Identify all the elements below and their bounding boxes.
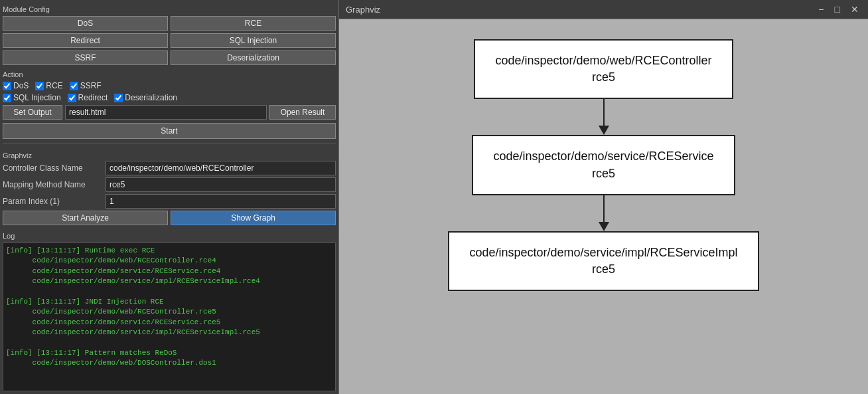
log-label: Log bbox=[3, 232, 336, 240]
graph-node-2-line2: rce5 bbox=[592, 262, 615, 276]
graph-node-0-line1: code/inspector/demo/web/RCEController bbox=[495, 54, 711, 67]
graph-node-0-line2: rce5 bbox=[592, 70, 615, 84]
output-filename-input[interactable]: result.html bbox=[65, 105, 267, 120]
deserialization-checkbox-label[interactable]: Deserialization bbox=[114, 93, 177, 102]
action-checkboxes-row2: SQL Injection Redirect Deserialization bbox=[3, 93, 336, 102]
graph-node-2-line1: code/inspector/demo/service/impl/RCEServ… bbox=[469, 246, 737, 259]
dos-checkbox[interactable] bbox=[3, 82, 11, 90]
ssrf-button[interactable]: SSRF bbox=[3, 50, 168, 65]
maximize-button[interactable]: □ bbox=[832, 4, 843, 15]
log-line-1: code/inspector/demo/web/RCEController.rc… bbox=[6, 256, 332, 266]
rce-button[interactable]: RCE bbox=[171, 16, 336, 31]
left-panel: Module Config DoS RCE Redirect SQL Injec… bbox=[0, 0, 338, 394]
arrow-line-1 bbox=[603, 195, 605, 222]
open-result-button[interactable]: Open Result bbox=[269, 105, 336, 120]
log-line-0: [info] [13:11:17] Runtime exec RCE bbox=[6, 246, 332, 256]
param-index-label: Param Index (1) bbox=[3, 197, 106, 206]
graph-node-1: code/inspector/demo/service/RCEService r… bbox=[472, 135, 735, 195]
show-graph-button[interactable]: Show Graph bbox=[171, 211, 336, 225]
redirect-checkbox[interactable] bbox=[68, 94, 76, 102]
start-analyze-button[interactable]: Start Analyze bbox=[3, 211, 168, 225]
log-line-6: code/inspector/demo/web/RCEController.rc… bbox=[6, 307, 332, 317]
mapping-method-label: Mapping Method Name bbox=[3, 180, 106, 189]
arrow-head-1 bbox=[599, 222, 609, 231]
output-row: Set Output result.html Open Result bbox=[3, 105, 336, 120]
mapping-method-input[interactable]: rce5 bbox=[106, 177, 336, 192]
log-line-10: [info] [13:11:17] Pattern matches ReDoS bbox=[6, 348, 332, 358]
graphviz-window: Graphviz − □ ✕ code/inspector/demo/web/R… bbox=[338, 0, 868, 394]
graph-node-1-line1: code/inspector/demo/service/RCEService bbox=[493, 149, 713, 163]
log-line-5: [info] [13:11:17] JNDI Injection RCE bbox=[6, 297, 332, 307]
analyze-row: Start Analyze Show Graph bbox=[3, 211, 336, 225]
log-line-9 bbox=[6, 338, 332, 348]
set-output-button[interactable]: Set Output bbox=[3, 105, 62, 120]
graph-node-1-line2: rce5 bbox=[592, 167, 615, 180]
arrow-head-0 bbox=[599, 126, 609, 135]
log-line-11: code/inspector/demo/web/DOSController.do… bbox=[6, 358, 332, 368]
graph-arrow-1 bbox=[599, 195, 609, 231]
log-line-3: code/inspector/demo/service/impl/RCEServ… bbox=[6, 276, 332, 286]
graphviz-titlebar: Graphviz − □ ✕ bbox=[339, 0, 868, 19]
action-label: Action bbox=[3, 70, 336, 78]
controller-class-input[interactable]: code/inspector/demo/web/RCEController bbox=[106, 161, 336, 175]
redirect-checkbox-label[interactable]: Redirect bbox=[68, 93, 108, 102]
start-button[interactable]: Start bbox=[3, 123, 336, 139]
dos-button[interactable]: DoS bbox=[3, 16, 168, 31]
graphviz-section-label: Graphviz bbox=[3, 151, 336, 159]
graphviz-section: Graphviz Controller Class Name code/insp… bbox=[3, 149, 336, 228]
param-index-row: Param Index (1) 1 bbox=[3, 194, 336, 209]
close-button[interactable]: ✕ bbox=[848, 4, 861, 15]
module-buttons-row1: DoS RCE bbox=[3, 16, 336, 31]
arrow-line-0 bbox=[603, 99, 605, 126]
action-checkboxes-row1: DoS RCE SSRF bbox=[3, 81, 336, 90]
rce-checkbox[interactable] bbox=[35, 82, 44, 90]
rce-checkbox-label[interactable]: RCE bbox=[35, 81, 62, 90]
module-buttons-row3: SSRF Deserialization bbox=[3, 50, 336, 65]
log-section: [info] [13:11:17] Runtime exec RCE code/… bbox=[3, 243, 336, 391]
minimize-button[interactable]: − bbox=[816, 4, 826, 15]
sql-injection-checkbox-label[interactable]: SQL Injection bbox=[3, 93, 61, 102]
sql-injection-button[interactable]: SQL Injection bbox=[171, 33, 336, 48]
divider bbox=[3, 143, 336, 144]
graph-node-0: code/inspector/demo/web/RCEController rc… bbox=[474, 39, 733, 99]
deserialization-checkbox[interactable] bbox=[114, 94, 123, 102]
sql-injection-checkbox[interactable] bbox=[3, 94, 11, 102]
module-config-label: Module Config bbox=[3, 5, 336, 13]
log-line-8: code/inspector/demo/service/impl/RCEServ… bbox=[6, 328, 332, 338]
graphviz-window-title: Graphviz bbox=[346, 5, 380, 15]
graph-node-2: code/inspector/demo/service/impl/RCEServ… bbox=[448, 231, 759, 291]
param-index-input[interactable]: 1 bbox=[106, 194, 336, 209]
controller-class-row: Controller Class Name code/inspector/dem… bbox=[3, 161, 336, 175]
redirect-button[interactable]: Redirect bbox=[3, 33, 168, 48]
ssrf-checkbox-label[interactable]: SSRF bbox=[70, 81, 102, 90]
module-buttons-row2: Redirect SQL Injection bbox=[3, 33, 336, 48]
controller-class-label: Controller Class Name bbox=[3, 163, 106, 173]
log-line-4 bbox=[6, 287, 332, 297]
log-line-7: code/inspector/demo/service/RCEService.r… bbox=[6, 318, 332, 328]
graph-arrow-0 bbox=[599, 99, 609, 135]
ssrf-checkbox[interactable] bbox=[70, 82, 78, 90]
titlebar-buttons: − □ ✕ bbox=[816, 4, 861, 15]
mapping-method-row: Mapping Method Name rce5 bbox=[3, 177, 336, 192]
deserialization-button[interactable]: Deserialization bbox=[171, 50, 336, 65]
log-line-2: code/inspector/demo/service/RCEService.r… bbox=[6, 266, 332, 276]
graph-content: code/inspector/demo/web/RCEController rc… bbox=[339, 19, 868, 394]
dos-checkbox-label[interactable]: DoS bbox=[3, 81, 29, 90]
